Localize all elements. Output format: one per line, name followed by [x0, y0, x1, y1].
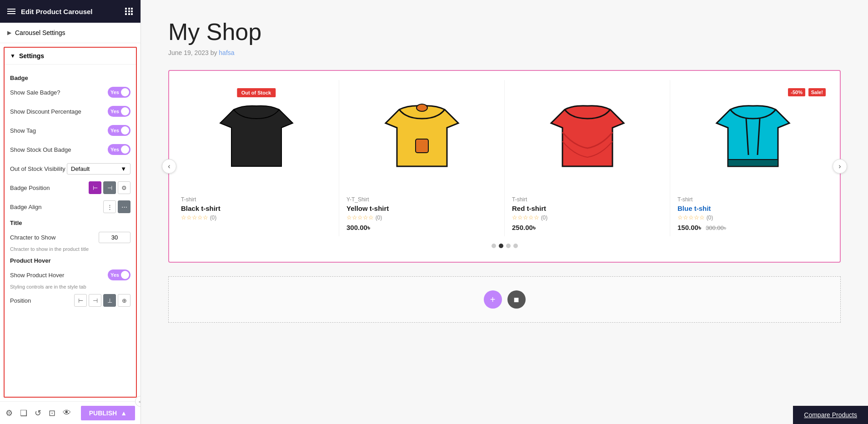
- show-tag-toggle[interactable]: Yes: [108, 125, 130, 136]
- show-product-hover-label: Show Product Hover: [10, 272, 64, 279]
- sale-badge: Sale!: [808, 88, 826, 96]
- sidebar: Edit Product Carousel ▶ Carousel Setting…: [0, 0, 141, 424]
- product-card-1: Out of Stock T-shirt Black t-shirt ☆☆☆☆☆…: [174, 80, 339, 236]
- sidebar-title: Edit Product Carousel: [21, 8, 93, 15]
- discount-badge: -50%: [788, 88, 805, 96]
- product-card-2: Y-T_Shirt Yellow t-shirt ☆☆☆☆☆ (0) 300.0…: [339, 80, 505, 236]
- stop-button[interactable]: ■: [507, 290, 526, 309]
- product-category-3: T-shirt: [512, 196, 662, 203]
- compare-products-label: Compare Products: [804, 411, 857, 419]
- sidebar-bottom: ⚙ ❑ ↺ ⊡ 👁 PUBLISH ▲: [0, 401, 140, 424]
- original-price-4: 300.00৳: [706, 224, 726, 231]
- show-tag-value: Yes: [110, 128, 119, 133]
- product-stars-1: ☆☆☆☆☆ (0): [181, 214, 331, 221]
- product-image-wrap-4: -50% Sale!: [677, 85, 828, 189]
- badge-align-horizontal-btn[interactable]: ⋯: [118, 200, 130, 213]
- preview-icon[interactable]: 👁: [63, 408, 71, 418]
- toggle-knob-3: [121, 126, 129, 135]
- position-left-btn[interactable]: ⊢: [74, 294, 87, 307]
- badge-position-label: Badge Position: [10, 185, 50, 191]
- svg-rect-2: [728, 160, 778, 166]
- badge-align-row: Badge Align ⋮ ⋯: [10, 200, 130, 214]
- show-stock-out-value: Yes: [110, 147, 119, 152]
- show-stock-out-toggle[interactable]: Yes: [108, 144, 130, 155]
- carousel-dots: [174, 244, 835, 248]
- position-row: Position ⊢ ⊣ ⊥ ⊕: [10, 293, 130, 308]
- char-to-show-label: Chracter to Show: [10, 234, 55, 241]
- carousel-inner: Out of Stock T-shirt Black t-shirt ☆☆☆☆☆…: [174, 80, 835, 236]
- show-product-hover-row: Show Product Hover Yes: [10, 268, 130, 282]
- settings-panel: ▼ Settings Badge Show Sale Badge? Yes Sh…: [4, 47, 137, 398]
- out-of-stock-visibility-dropdown[interactable]: Default ▼: [67, 163, 130, 175]
- product-stars-3: ☆☆☆☆☆ (0): [512, 214, 662, 221]
- badge-align-vertical-btn[interactable]: ⋮: [103, 200, 116, 213]
- product-price-2: 300.00৳: [346, 224, 497, 232]
- show-sale-badge-row: Show Sale Badge? Yes: [10, 85, 130, 100]
- out-of-stock-visibility-row: Out of Stock Visibility Default ▼: [10, 161, 130, 176]
- styling-helper-text: Styling controls are in the style tab: [10, 284, 130, 289]
- product-name-3: Red t-shirt: [512, 205, 662, 212]
- shop-meta: June 19, 2023 by hafsa: [168, 49, 841, 56]
- grid-icon[interactable]: [125, 8, 133, 15]
- carousel-prev-btn[interactable]: ‹: [162, 159, 176, 174]
- compare-products-footer[interactable]: Compare Products: [793, 406, 868, 424]
- toggle-knob-4: [121, 145, 129, 154]
- show-discount-toggle[interactable]: Yes: [108, 106, 130, 117]
- show-discount-row: Show Discount Percentage Yes: [10, 104, 130, 119]
- dot-2[interactable]: [499, 244, 503, 248]
- settings-icon[interactable]: ⚙: [5, 408, 13, 418]
- settings-section-header[interactable]: ▼ Settings: [5, 48, 136, 65]
- product-hover-section-label: Product Hover: [10, 257, 130, 264]
- add-icon: +: [490, 294, 496, 305]
- carousel-next-btn[interactable]: ›: [833, 159, 847, 174]
- show-stock-out-row: Show Stock Out Badge Yes: [10, 142, 130, 157]
- product-image-wrap-1: Out of Stock: [181, 85, 331, 189]
- layers-icon[interactable]: ❑: [20, 408, 27, 418]
- show-discount-value: Yes: [110, 109, 119, 114]
- char-to-show-input[interactable]: [99, 232, 130, 243]
- product-name-1: Black t-shirt: [181, 205, 331, 212]
- responsive-icon[interactable]: ⊡: [49, 408, 55, 418]
- svg-rect-1: [416, 139, 428, 153]
- badge-position-left-btn[interactable]: ⊢: [89, 181, 101, 194]
- show-product-hover-toggle[interactable]: Yes: [108, 269, 130, 280]
- char-helper-text: Chracter to show in the product title: [10, 246, 130, 252]
- hamburger-icon[interactable]: [7, 9, 15, 14]
- dot-1[interactable]: [492, 244, 496, 248]
- dashed-area: + ■: [168, 276, 841, 323]
- toggle-knob-5: [121, 271, 129, 279]
- stop-icon: ■: [513, 294, 519, 305]
- out-of-stock-visibility-label: Out of Stock Visibility: [10, 165, 65, 172]
- position-expand-btn[interactable]: ⊕: [118, 294, 130, 307]
- badge-position-right-btn[interactable]: ⊣: [103, 181, 116, 194]
- show-sale-badge-toggle[interactable]: Yes: [108, 87, 130, 98]
- position-group: ⊢ ⊣ ⊥ ⊕: [74, 294, 130, 307]
- dropdown-arrow-icon: ▼: [120, 165, 126, 172]
- shop-author-link[interactable]: hafsa: [219, 49, 234, 56]
- show-stock-out-label: Show Stock Out Badge: [10, 146, 71, 153]
- show-tag-row: Show Tag Yes: [10, 123, 130, 138]
- dot-4[interactable]: [513, 244, 518, 248]
- settings-arrow: ▼: [10, 53, 15, 59]
- product-card-3: T-shirt Red t-shirt ☆☆☆☆☆ (0) 250.00৳: [505, 80, 670, 236]
- product-name-2: Yellow t-shirt: [346, 205, 497, 212]
- out-of-stock-badge: Out of Stock: [237, 88, 276, 97]
- badge-align-label: Badge Align: [10, 204, 41, 210]
- add-button[interactable]: +: [484, 290, 502, 309]
- position-center-btn[interactable]: ⊣: [89, 294, 101, 307]
- position-bottom-btn[interactable]: ⊥: [103, 294, 116, 307]
- review-count-4: (0): [707, 214, 713, 221]
- badge-position-settings-btn[interactable]: ⚙: [118, 181, 130, 194]
- product-image-wrap-3: [512, 85, 662, 189]
- tshirt-image-red: [547, 91, 628, 182]
- product-card-4: -50% Sale! T-shirt Blue t-shit ☆☆☆☆☆ (0)…: [670, 80, 835, 236]
- char-to-show-row: Chracter to Show: [10, 230, 130, 244]
- publish-button[interactable]: PUBLISH ▲: [81, 406, 135, 420]
- shop-date: June 19, 2023 by: [168, 49, 219, 56]
- dot-3[interactable]: [506, 244, 511, 248]
- history-icon[interactable]: ↺: [35, 408, 41, 418]
- review-count-1: (0): [210, 214, 217, 221]
- carousel-settings-row[interactable]: ▶ Carousel Settings: [0, 23, 140, 43]
- position-label: Position: [10, 297, 31, 304]
- title-section-label: Title: [10, 219, 130, 226]
